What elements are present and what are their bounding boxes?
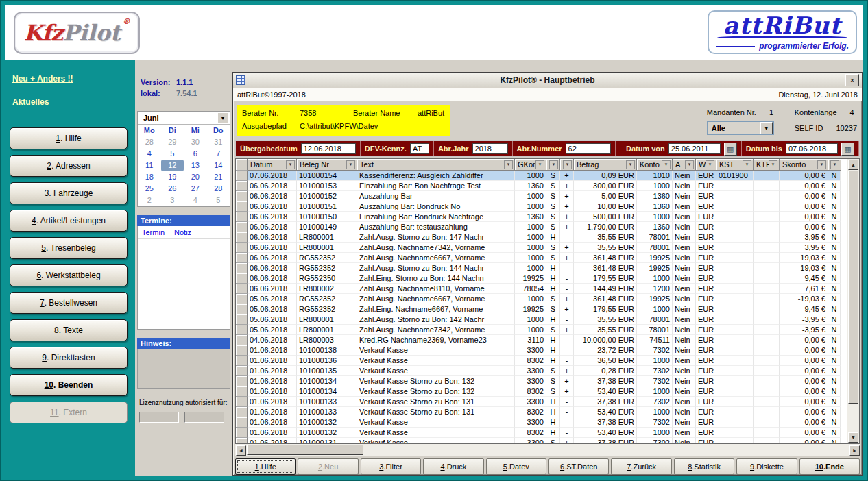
table-row[interactable]: 01.06.2018101000133Verkauf Kasse Storno …: [236, 407, 847, 417]
horizontal-scrollbar[interactable]: ◄ ►: [235, 444, 860, 456]
calendar-icon[interactable]: ▦: [724, 143, 737, 156]
sidebar-button-2[interactable]: 2. Adressen: [10, 155, 128, 177]
row-selector[interactable]: [236, 376, 248, 386]
calendar-day[interactable]: 29: [161, 136, 184, 148]
col-header-W[interactable]: W▼: [696, 159, 716, 171]
termin-link[interactable]: Termin: [142, 228, 165, 236]
filter-dropdown-icon[interactable]: ▼: [286, 160, 295, 169]
col-header-KTR[interactable]: KTR▼: [754, 159, 780, 171]
col-header-Datum[interactable]: Datum▼: [248, 159, 297, 171]
notiz-link[interactable]: Notiz: [174, 228, 191, 236]
sidebar-button-6[interactable]: 6. Werkstattbeleg: [10, 264, 128, 286]
calendar-day[interactable]: 6: [184, 148, 207, 160]
bottom-button-1[interactable]: 1.Hilfe: [235, 458, 296, 475]
chevron-down-icon[interactable]: ▼: [217, 112, 228, 123]
bottom-button-3[interactable]: 3.Filter: [361, 458, 421, 475]
calendar-day[interactable]: 26: [161, 183, 184, 195]
row-selector[interactable]: [236, 356, 248, 366]
scroll-left-icon[interactable]: ◄: [236, 445, 246, 456]
bottom-button-7[interactable]: 7.Zurück: [611, 458, 671, 475]
col-header-S[interactable]: S▼: [546, 159, 560, 171]
table-row[interactable]: 01.06.2018101000135Verkauf Kasse3300S+0,…: [236, 366, 847, 376]
calendar-day[interactable]: 11: [138, 160, 161, 171]
table-row[interactable]: 06.06.2018101000151Auszahlung Bar: Bondr…: [236, 201, 847, 212]
sidebar-button-1[interactable]: 1. Hilfe: [10, 127, 128, 149]
calendar-month-select[interactable]: Juni ▼: [138, 112, 230, 125]
table-row[interactable]: 06.06.2018RG552352Zahl.Ausg. Nachname666…: [236, 253, 847, 263]
col-header-blank[interactable]: ▼: [828, 159, 841, 171]
col-header-KST[interactable]: KST▼: [716, 159, 754, 171]
calendar-day[interactable]: 2: [138, 195, 161, 206]
col-header--[interactable]: -▼: [560, 159, 574, 171]
toolbar-field-input[interactable]: 62: [566, 143, 611, 154]
table-row[interactable]: 01.06.2018101000134Verkauf Kasse Storno …: [236, 386, 847, 397]
table-row[interactable]: 05.06.2018RG552352Zahl.Ausg. Nachname666…: [236, 294, 847, 304]
filter-dropdown-icon[interactable]: ▼: [662, 160, 671, 169]
calendar-icon[interactable]: ▦: [841, 143, 854, 156]
calendar-day[interactable]: 25: [138, 183, 161, 195]
sidebar-button-5[interactable]: 5. Tresenbeleg: [10, 237, 128, 259]
horizontal-scroll-thumb[interactable]: [247, 445, 363, 455]
calendar-day[interactable]: 21: [207, 171, 230, 183]
scroll-right-icon[interactable]: ►: [849, 445, 860, 456]
row-selector[interactable]: [236, 314, 248, 325]
bottom-button-4[interactable]: 4.Druck: [423, 458, 483, 475]
row-selector[interactable]: [236, 345, 248, 356]
scroll-up-icon[interactable]: ▲: [848, 160, 858, 170]
link-aktuelles[interactable]: Aktuelles: [12, 97, 135, 107]
table-row[interactable]: 06.06.2018101000149Auszahlung Bar: testa…: [236, 222, 847, 232]
table-row[interactable]: 06.06.2018RG552350Zahl.Eing. Storno zu B…: [236, 273, 847, 284]
calendar-day[interactable]: 5: [161, 148, 184, 160]
row-selector[interactable]: [236, 294, 248, 304]
close-icon[interactable]: ×: [845, 74, 859, 86]
table-row[interactable]: 05.06.2018LR800001Zahl.Ausg. Storno zu B…: [236, 314, 847, 325]
calendar-day[interactable]: 14: [207, 160, 230, 171]
toolbar-field-input[interactable]: 12.06.2018: [301, 143, 356, 154]
table-row[interactable]: 06.06.2018RG552352Zahl.Ausg. Storno zu B…: [236, 263, 847, 273]
sidebar-button-7[interactable]: 7. Bestellwesen: [10, 292, 128, 314]
filter-dropdown-icon[interactable]: ▼: [535, 160, 544, 169]
calendar-day[interactable]: 28: [138, 136, 161, 148]
toolbar-field-input[interactable]: 2018: [472, 143, 508, 154]
col-header-A[interactable]: A▼: [673, 159, 696, 171]
calendar-day[interactable]: 19: [161, 171, 184, 183]
table-row[interactable]: 06.06.2018101000153Einzahlung Bar: Bon N…: [236, 181, 847, 191]
row-selector[interactable]: [236, 253, 248, 263]
calendar-day[interactable]: 4: [184, 195, 207, 206]
row-selector[interactable]: [236, 222, 248, 232]
link-neu-anders[interactable]: Neu + Anders !!: [12, 74, 135, 84]
bottom-button-8[interactable]: 8.Statistik: [674, 458, 734, 475]
row-selector[interactable]: [236, 438, 248, 443]
calendar-day[interactable]: 30: [184, 136, 207, 148]
toolbar-field-input[interactable]: 25.06.2011: [668, 143, 721, 154]
row-selector[interactable]: [236, 417, 248, 428]
row-selector[interactable]: [236, 366, 248, 376]
table-row[interactable]: 05.06.2018LR800001Zahl.Ausg. Nachname734…: [236, 325, 847, 335]
calendar-day[interactable]: 4: [138, 148, 161, 160]
vertical-scroll-thumb[interactable]: [848, 171, 858, 404]
calendar-day[interactable]: 27: [184, 183, 207, 195]
sidebar-button-8[interactable]: 8. Texte: [10, 319, 128, 341]
row-selector[interactable]: [236, 335, 248, 345]
row-selector[interactable]: [236, 386, 248, 397]
col-header-Skonto[interactable]: Skonto▼: [780, 159, 828, 171]
row-selector[interactable]: [236, 273, 248, 284]
filter-dropdown-icon[interactable]: ▼: [504, 160, 513, 169]
calendar-day[interactable]: 12: [161, 160, 184, 171]
col-header-Beleg Nr[interactable]: Beleg Nr▼: [297, 159, 357, 171]
col-header-Betrag[interactable]: Betrag▼: [574, 159, 637, 171]
table-row[interactable]: 01.06.2018101000133Verkauf Kasse Storno …: [236, 397, 847, 407]
calendar-day[interactable]: 31: [207, 136, 230, 148]
filter-dropdown-icon[interactable]: ▼: [626, 160, 635, 169]
bottom-button-6[interactable]: 6.ST.Daten: [548, 458, 609, 475]
filter-dropdown-icon[interactable]: ▼: [549, 160, 558, 169]
table-row[interactable]: 01.06.2018101000136Verkauf Kasse8302H-36…: [236, 356, 847, 366]
col-header-GKonto[interactable]: GKonto▼: [515, 159, 546, 171]
row-selector[interactable]: [236, 304, 248, 314]
table-row[interactable]: 07.06.2018101000154Kassendifferenz: Ausg…: [236, 171, 847, 181]
table-row[interactable]: 01.06.2018101000131Verkauf Kasse3300S+37…: [236, 438, 847, 443]
row-selector[interactable]: [236, 428, 248, 438]
row-selector[interactable]: [236, 232, 248, 243]
row-selector[interactable]: [236, 181, 248, 191]
calendar-day[interactable]: 3: [161, 195, 184, 206]
